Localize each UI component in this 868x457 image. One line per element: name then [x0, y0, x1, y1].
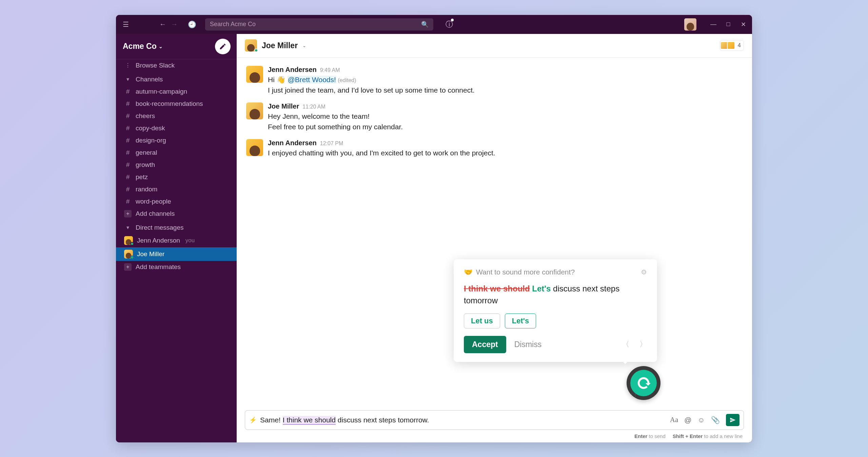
channel-item[interactable]: #autumn-campaign	[116, 85, 237, 98]
more-vertical-icon: ⋮	[124, 62, 132, 69]
browse-slack[interactable]: ⋮ Browse Slack	[116, 59, 237, 72]
channel-item[interactable]: #book-recommendations	[116, 98, 237, 110]
message-author[interactable]: Joe Miller	[268, 102, 299, 110]
channel-name: growth	[136, 161, 155, 169]
workspace-header[interactable]: Acme Co ⌄	[116, 34, 237, 59]
current-user-avatar[interactable]	[684, 18, 696, 31]
app-window: ☰ ← → 🕘 🔍 ⓘ — □ ✕ Acme Co ⌄	[116, 15, 752, 442]
channel-name: cheers	[136, 112, 155, 120]
grammarly-logo-icon	[630, 370, 657, 396]
back-icon[interactable]: ←	[159, 20, 166, 28]
channel-name: design-org	[136, 137, 166, 144]
message-time: 12:07 PM	[320, 140, 343, 147]
titlebar: ☰ ← → 🕘 🔍 ⓘ — □ ✕	[116, 15, 752, 34]
search-input[interactable]	[210, 21, 421, 28]
composer-text[interactable]: Same! I think we should discuss next ste…	[260, 416, 667, 424]
composer-tools: Aa @ ☺ 📎	[670, 414, 739, 426]
hint-shift-rest: to add a new line	[703, 433, 743, 439]
chevron-down-icon: ⌄	[159, 44, 163, 49]
message-author[interactable]: Jenn Andersen	[268, 139, 317, 147]
nav-arrows: ← →	[159, 20, 178, 28]
channel-name: petz	[136, 173, 148, 181]
dismiss-button[interactable]: Dismiss	[514, 340, 542, 349]
search-icon[interactable]: 🔍	[421, 21, 429, 28]
add-teammates[interactable]: + Add teammates	[116, 261, 237, 273]
mention[interactable]: @Brett Woods!	[288, 76, 336, 83]
chevron-down-icon: ⌄	[302, 43, 306, 48]
channel-item[interactable]: #growth	[116, 159, 237, 171]
content-area: Joe Miller ⌄ 4 Jenn Andersen9:49 AMHi 👋 …	[237, 34, 752, 442]
chat-title[interactable]: Joe Miller ⌄	[245, 39, 306, 52]
send-button[interactable]	[726, 414, 739, 426]
composer-area: ⚡ Same! I think we should discuss next s…	[237, 410, 752, 432]
message-avatar[interactable]	[246, 66, 263, 83]
mention-icon[interactable]: @	[684, 416, 691, 424]
hash-icon: #	[124, 125, 132, 132]
message-text: Hey Jenn, welcome to the team!	[268, 111, 743, 122]
formatting-icon[interactable]: Aa	[670, 416, 678, 424]
emoji-icon[interactable]: ☺	[698, 416, 705, 424]
maximize-icon[interactable]: □	[724, 21, 732, 28]
dms-section[interactable]: ▾ Direct messages	[116, 220, 237, 234]
add-teammates-label: Add teammates	[136, 263, 181, 271]
compose-button[interactable]	[215, 39, 231, 54]
message-text: Feel free to put something on my calenda…	[268, 121, 743, 132]
accept-button[interactable]: Accept	[464, 336, 506, 353]
prev-suggestion-icon[interactable]: 〈	[622, 339, 629, 349]
hamburger-menu-icon[interactable]: ☰	[121, 18, 131, 31]
composer-post: discuss next steps tomorrow.	[336, 416, 429, 424]
inserted-text: Let's	[532, 284, 551, 293]
channel-item[interactable]: #general	[116, 147, 237, 159]
minimize-icon[interactable]: —	[709, 21, 717, 28]
grammarly-options: Let usLet's	[464, 313, 647, 328]
hint-shift-key: Shift + Enter	[673, 433, 703, 439]
channel-item[interactable]: #word-people	[116, 195, 237, 208]
grammarly-title: Want to sound more confident?	[476, 268, 575, 276]
message-avatar[interactable]	[246, 139, 263, 156]
messages-pane[interactable]: Jenn Andersen9:49 AMHi 👋 @Brett Woods! (…	[237, 58, 752, 410]
search-bar[interactable]: 🔍	[205, 18, 433, 31]
dm-item[interactable]: Joe Miller	[116, 247, 237, 261]
member-count-pill[interactable]: 4	[720, 40, 744, 51]
channel-item[interactable]: #design-org	[116, 134, 237, 147]
hash-icon: #	[124, 161, 132, 169]
suggestion-option[interactable]: Let us	[464, 313, 500, 328]
suggestion-option[interactable]: Let's	[505, 313, 536, 328]
hash-icon: #	[124, 149, 132, 156]
chat-header: Joe Miller ⌄ 4	[237, 34, 752, 58]
add-channels-label: Add channels	[136, 210, 175, 217]
channel-item[interactable]: #random	[116, 183, 237, 195]
message-composer[interactable]: ⚡ Same! I think we should discuss next s…	[245, 410, 744, 430]
message-avatar[interactable]	[246, 102, 263, 119]
grammarly-sentence: I think we should Let's discuss next ste…	[464, 283, 647, 307]
channel-name: general	[136, 149, 157, 156]
channel-item[interactable]: #cheers	[116, 110, 237, 122]
channel-name: random	[136, 186, 157, 193]
message: Joe Miller11:20 AMHey Jenn, welcome to t…	[237, 100, 752, 137]
attachment-icon[interactable]: 📎	[711, 416, 720, 424]
channel-item[interactable]: #copy-desk	[116, 122, 237, 134]
history-icon[interactable]: 🕘	[188, 20, 196, 28]
composer-hints: Enter to send Shift + Enter to add a new…	[237, 432, 752, 442]
channel-item[interactable]: #petz	[116, 171, 237, 183]
message-author[interactable]: Jenn Andersen	[268, 66, 317, 74]
message-text: I just joined the team, and I'd love to …	[268, 85, 743, 96]
dm-item[interactable]: Jenn Andersonyou	[116, 234, 237, 247]
hash-icon: #	[124, 173, 132, 181]
help-icon[interactable]: ⓘ	[446, 19, 453, 30]
next-suggestion-icon[interactable]: 〉	[639, 339, 647, 349]
shortcuts-icon[interactable]: ⚡	[249, 416, 257, 424]
member-avatar	[727, 41, 735, 50]
chat-title-name: Joe Miller	[262, 41, 298, 50]
add-channels[interactable]: + Add channels	[116, 208, 237, 220]
caret-down-icon: ▾	[124, 76, 132, 82]
message: Jenn Andersen9:49 AMHi 👋 @Brett Woods! (…	[237, 64, 752, 100]
hash-icon: #	[124, 186, 132, 193]
dm-name: Joe Miller	[137, 250, 164, 258]
gear-icon[interactable]: ⚙	[641, 268, 647, 276]
close-icon[interactable]: ✕	[739, 21, 747, 28]
channels-section[interactable]: ▾ Channels	[116, 72, 237, 85]
chat-avatar	[245, 39, 257, 52]
plus-icon: +	[124, 263, 132, 271]
grammarly-fab[interactable]: ⋮⋮	[627, 366, 660, 400]
